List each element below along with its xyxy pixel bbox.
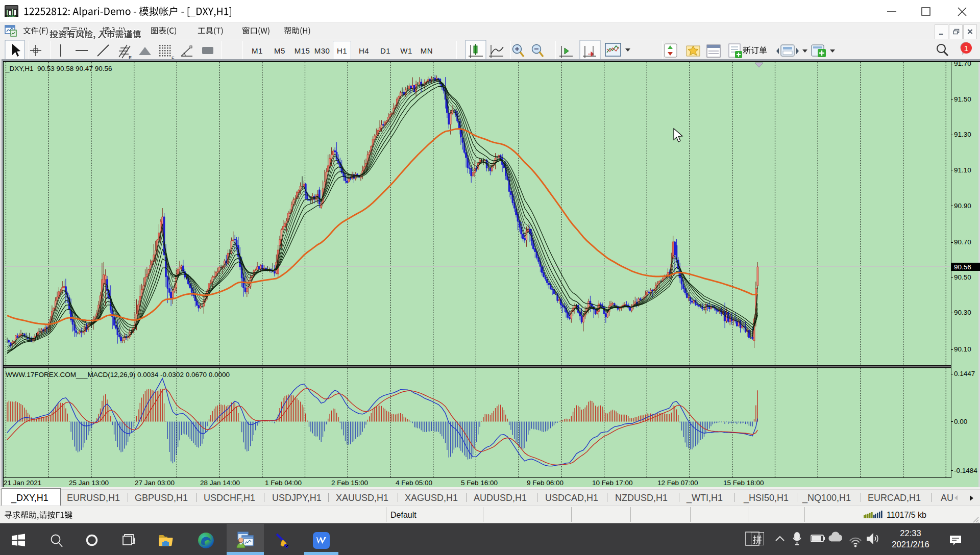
svg-text:FOREX: FOREX [7, 14, 16, 17]
svg-text:1: 1 [964, 44, 968, 53]
